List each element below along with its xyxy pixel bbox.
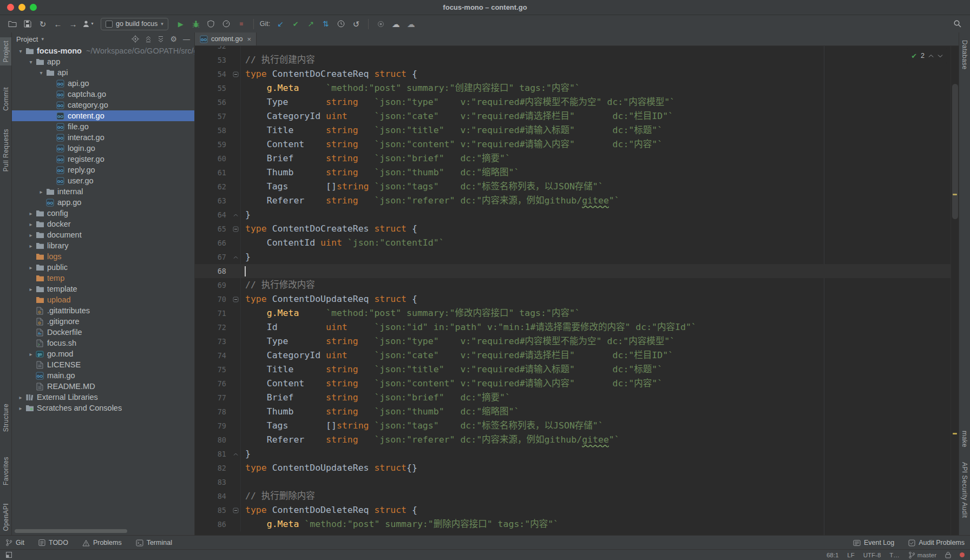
tree-item-gitignore[interactable]: .gitignore — [12, 316, 194, 327]
code-line[interactable]: 68 — [195, 264, 951, 278]
line-number[interactable]: 85 — [195, 503, 231, 517]
tree-item-logs[interactable]: logs — [12, 251, 194, 262]
tree-item-focus-sh[interactable]: focus.sh — [12, 338, 194, 348]
tree-item-internal[interactable]: ▸internal — [12, 186, 194, 197]
code-line[interactable]: 62 Tags []string `json:"tags" dc:"标签名称列表… — [195, 180, 951, 194]
history-icon[interactable] — [334, 17, 348, 30]
tree-item-scratches-and-consoles[interactable]: ▸Scratches and Consoles — [12, 403, 194, 413]
fold-end-icon[interactable] — [231, 250, 241, 264]
cloud-download-icon[interactable]: ☁ — [404, 17, 418, 30]
tree-item-gitattributes[interactable]: .gitattributes — [12, 305, 194, 316]
line-number[interactable]: 86 — [195, 517, 231, 531]
code-line[interactable]: 74 CategoryId uint `json:"cate" v:"requi… — [195, 348, 951, 363]
line-number[interactable]: 57 — [195, 109, 231, 123]
rollback-icon[interactable]: ↺ — [349, 17, 363, 30]
project-view-title[interactable]: Project — [16, 35, 38, 43]
code-line[interactable]: 81} — [195, 447, 951, 461]
chevron-down-icon[interactable] — [938, 54, 943, 58]
run-icon[interactable]: ▶ — [174, 17, 188, 30]
code-line[interactable]: 63 Referer string `json:"referer" dc:"内容… — [195, 194, 951, 208]
file-encoding[interactable]: UTF-8 — [863, 552, 881, 558]
tree-item-license[interactable]: LICENSE — [12, 359, 194, 370]
line-number[interactable]: 70 — [195, 292, 231, 306]
chevron-right-icon[interactable]: ▸ — [27, 232, 35, 238]
line-number[interactable]: 58 — [195, 123, 231, 137]
fold-open-icon[interactable] — [231, 503, 241, 517]
git-branch-widget[interactable]: master — [908, 551, 936, 559]
hide-icon[interactable]: — — [183, 36, 190, 43]
line-number[interactable]: 55 — [195, 81, 231, 95]
tool-stripe-pull-requests[interactable]: Pull Requests — [0, 126, 11, 175]
line-number[interactable]: 64 — [195, 208, 231, 222]
tree-item-docker[interactable]: ▸docker — [12, 219, 194, 229]
code-line[interactable]: 73 Type string `json:"type" v:"required#… — [195, 334, 951, 348]
toolwindow-button-terminal[interactable]: Terminal — [136, 539, 172, 546]
tree-item-content-go[interactable]: GOcontent.go — [12, 110, 194, 121]
tree-item-interact-go[interactable]: GOinteract.go — [12, 132, 194, 143]
line-number[interactable]: 62 — [195, 180, 231, 194]
line-number[interactable]: 83 — [195, 475, 231, 489]
chevron-right-icon[interactable]: ▸ — [27, 210, 35, 216]
tree-item-upload[interactable]: upload — [12, 294, 194, 305]
fold-end-icon[interactable] — [231, 447, 241, 461]
commit-icon[interactable]: ✔ — [289, 17, 303, 30]
code-line[interactable]: 76 Content string `json:"content" v:"req… — [195, 377, 951, 391]
line-number[interactable]: 56 — [195, 95, 231, 109]
fold-open-icon[interactable] — [231, 222, 241, 236]
code-line[interactable]: 72 Id uint `json:"id" in:"path" v:"min:1… — [195, 320, 951, 334]
tree-item-register-go[interactable]: GOregister.go — [12, 154, 194, 164]
warning-mark[interactable] — [953, 433, 957, 434]
minimize-window-button[interactable] — [18, 4, 25, 11]
fetch-icon[interactable]: ⇅ — [319, 17, 333, 30]
tree-item-public[interactable]: ▸public — [12, 262, 194, 273]
code-line[interactable]: 69// 执行修改内容 — [195, 278, 951, 292]
coverage-icon[interactable] — [204, 17, 218, 30]
line-number[interactable]: 76 — [195, 377, 231, 391]
tree-item-document[interactable]: ▸document — [12, 229, 194, 240]
horizontal-scrollbar[interactable] — [15, 529, 127, 533]
tree-item-captcha-go[interactable]: GOcaptcha.go — [12, 89, 194, 100]
chevron-right-icon[interactable]: ▸ — [16, 405, 25, 411]
forward-icon[interactable]: → — [66, 17, 80, 30]
code-editor[interactable]: 5253// 执行创建内容54type ContentDoCreateReq s… — [195, 46, 959, 536]
locate-icon[interactable] — [132, 35, 139, 43]
tree-item-app-go[interactable]: GOapp.go — [12, 197, 194, 208]
code-line[interactable]: 67} — [195, 250, 951, 264]
tree-item-app[interactable]: ▾app — [12, 56, 194, 67]
code-line[interactable]: 52 — [195, 46, 951, 53]
chevron-right-icon[interactable]: ▸ — [16, 394, 25, 400]
code-line[interactable]: 82type ContentDoUpdateRes struct{} — [195, 461, 951, 475]
tool-stripe-commit[interactable]: Commit — [0, 84, 11, 114]
indent-style[interactable]: T… — [889, 552, 900, 558]
close-window-button[interactable] — [7, 4, 14, 11]
chevron-right-icon[interactable]: ▸ — [27, 265, 35, 271]
code-line[interactable]: 84// 执行删除内容 — [195, 489, 951, 503]
tree-item-library[interactable]: ▸library — [12, 240, 194, 251]
update-project-icon[interactable]: ↙ — [273, 17, 287, 30]
chevron-up-icon[interactable] — [928, 54, 934, 58]
line-number[interactable]: 79 — [195, 419, 231, 433]
toolwindow-switcher-icon[interactable] — [5, 551, 12, 558]
sync-icon[interactable]: ↻ — [36, 17, 50, 30]
line-number[interactable]: 71 — [195, 306, 231, 320]
line-number[interactable]: 72 — [195, 320, 231, 334]
stop-icon[interactable]: ■ — [234, 17, 248, 30]
tab-content-go[interactable]: GO content.go × — [195, 32, 257, 45]
code-line[interactable]: 59 Content string `json:"content" v:"req… — [195, 137, 951, 151]
chevron-down-icon[interactable]: ▾ — [16, 48, 25, 54]
chevron-down-icon[interactable]: ▾ — [37, 70, 45, 76]
line-number[interactable]: 69 — [195, 278, 231, 292]
chevron-down-icon[interactable]: ▾ — [41, 36, 44, 42]
inspection-widget[interactable]: ✔ 2 — [907, 48, 947, 64]
line-number[interactable]: 73 — [195, 334, 231, 348]
line-number[interactable]: 53 — [195, 53, 231, 67]
line-separator[interactable]: LF — [847, 552, 854, 558]
vertical-scrollbar[interactable] — [952, 84, 958, 219]
tree-item-focus-mono[interactable]: ▾focus-mono~/Workspace/Go/GOPATH/src/git… — [12, 45, 194, 56]
line-number[interactable]: 65 — [195, 222, 231, 236]
line-number[interactable]: 78 — [195, 405, 231, 419]
chevron-right-icon[interactable]: ▸ — [27, 351, 35, 357]
code-line[interactable]: 71 g.Meta `method:"post" summary:"修改内容接口… — [195, 306, 951, 320]
code-line[interactable]: 61 Thumb string `json:"thumb" dc:"缩略图"` — [195, 166, 951, 180]
line-number[interactable]: 60 — [195, 151, 231, 166]
